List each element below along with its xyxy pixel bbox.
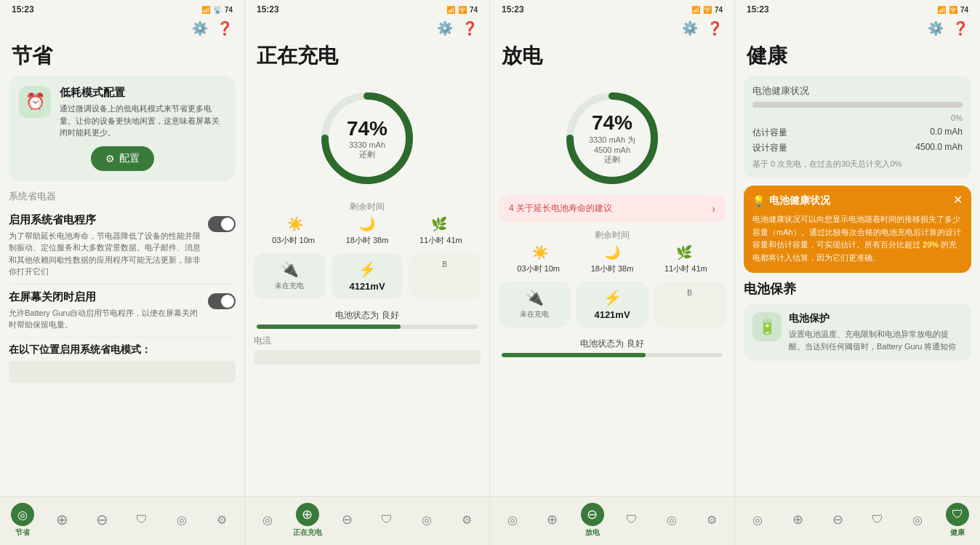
nav-more-2[interactable]: ⚙ xyxy=(451,508,483,533)
voltage-value-2: 4121mV xyxy=(339,281,396,292)
page-title-3: 放电 xyxy=(490,39,734,76)
help-icon-1[interactable]: ❓ xyxy=(217,20,233,36)
health-row-design: 设计容量 4500.0 mAh xyxy=(752,142,963,154)
nav-discharge-4[interactable]: ⊖ xyxy=(822,508,854,533)
time-title-2: 剩余时间 xyxy=(254,201,481,213)
time-1: 15:23 xyxy=(12,4,34,15)
nav-icon-timer-1: ◎ xyxy=(170,508,193,531)
maintenance-card-title: 电池保护 xyxy=(789,312,963,325)
help-icon-2[interactable]: ❓ xyxy=(462,20,478,36)
panel-4-content: 电池健康状况 0% 估计容量 0.0 mAh 设计容量 4500.0 mAh 基… xyxy=(735,76,980,496)
nav-shield-4[interactable]: 🛡 xyxy=(861,508,893,533)
time-val-3-2: 11小时 41m xyxy=(419,235,462,246)
list-item-desc-2: 允许Battery Guru自动启用节电程序，以便在屏幕关闭时帮助保留电量。 xyxy=(9,307,202,331)
toolbar-1: ⚙️ ❓ xyxy=(0,17,244,39)
nav-item-more-1[interactable]: ⚙ xyxy=(206,508,238,533)
time-title-3: 剩余时间 xyxy=(499,229,726,242)
feature-card-1: ⏰ 低耗模式配置 通过微调设备上的低电耗模式来节省更多电量。让你的设备更快地闲置… xyxy=(9,76,236,181)
alarm-icon: ⏰ xyxy=(19,86,51,118)
toolbar-2: ⚙️ ❓ xyxy=(245,17,489,39)
nav-discharge-active-3[interactable]: ⊖ 放电 xyxy=(577,503,609,538)
battery-indicator-3: 74 xyxy=(715,6,723,14)
mode-title-1: 在以下位置启用系统省电模式： xyxy=(9,343,236,357)
health-row-est: 估计容量 0.0 mAh xyxy=(752,127,963,139)
signal-icon-4: 📶 xyxy=(937,6,946,14)
nav-save-4[interactable]: ◎ xyxy=(742,508,774,533)
battery-percent-2: 74% xyxy=(347,117,387,140)
nav-shield-3[interactable]: 🛡 xyxy=(616,508,648,533)
est-capacity-label: 估计容量 xyxy=(752,127,787,139)
battery-remaining-2: 还剩 xyxy=(347,149,387,160)
nav-icon-shield-4: 🛡 xyxy=(866,508,889,531)
nav-icon-dis-3: ⊖ xyxy=(581,503,604,526)
health-card-title: 电池健康状况 xyxy=(752,84,963,98)
time-4: 15:23 xyxy=(747,4,769,15)
filter-icon-1[interactable]: ⚙️ xyxy=(192,20,208,36)
nav-charging-active-2[interactable]: ⊕ 正在充电 xyxy=(292,503,324,538)
nav-save-3[interactable]: ◎ xyxy=(497,508,529,533)
help-icon-3[interactable]: ❓ xyxy=(707,20,723,36)
nav-icon-timer-3: ◎ xyxy=(660,508,683,531)
nav-icon-chg-3: ⊕ xyxy=(541,508,564,531)
plug-icon-2: 🔌 xyxy=(261,260,318,278)
bulb-icon: 💡 xyxy=(752,195,765,207)
time-val-2-3: 18小时 38m xyxy=(591,263,634,274)
nav-icon-dis-2: ⊖ xyxy=(336,508,359,531)
nav-charging-3[interactable]: ⊕ xyxy=(537,508,569,533)
nav-icon-more-2: ⚙ xyxy=(455,508,478,531)
battery-percent-3: 74% xyxy=(587,111,638,135)
moon-icon-3: 🌙 xyxy=(604,244,620,260)
list-item-title-2: 在屏幕关闭时启用 xyxy=(9,290,202,304)
nav-charging-4[interactable]: ⊕ xyxy=(782,508,814,533)
nav-more-3[interactable]: ⚙ xyxy=(696,508,728,533)
nav-item-charging-1[interactable]: ⊕ xyxy=(47,508,79,533)
nav-shield-2[interactable]: 🛡 xyxy=(371,508,403,533)
filter-icon-2[interactable]: ⚙️ xyxy=(437,20,453,36)
nav-icon-charging-1: ⊕ xyxy=(51,508,74,531)
gear-icon-btn: ⚙ xyxy=(105,153,115,164)
card-desc-1: 通过微调设备上的低电耗模式来节省更多电量。让你的设备更快地闲置，这意味着屏幕关闭… xyxy=(60,103,225,139)
extra-label-2: B xyxy=(416,260,473,268)
orange-highlight: 20% xyxy=(923,240,939,249)
nav-icon-dis-4: ⊖ xyxy=(826,508,849,531)
config-button[interactable]: ⚙ 配置 xyxy=(91,146,154,171)
pink-banner-text: 4 关于延长电池寿命的建议 xyxy=(509,202,612,215)
nav-icon-save-4: ◎ xyxy=(746,508,769,531)
time-2: 15:23 xyxy=(257,4,279,15)
help-icon-4[interactable]: ❓ xyxy=(952,20,968,36)
nav-timer-3[interactable]: ◎ xyxy=(656,508,688,533)
filter-icon-3[interactable]: ⚙️ xyxy=(682,20,698,36)
pink-banner[interactable]: 4 关于延长电池寿命的建议 › xyxy=(499,195,726,222)
filter-icon-4[interactable]: ⚙️ xyxy=(928,20,944,36)
nav-item-shield-1[interactable]: 🛡 xyxy=(126,508,158,533)
bolt-icon-3: ⚡ xyxy=(584,289,641,306)
nav-timer-4[interactable]: ◎ xyxy=(901,508,933,533)
panel-3-content: 74% 3330 mAh 为 4500 mAh 还剩 4 关于延长电池寿命的建议… xyxy=(490,76,734,496)
time-icons-3: ☀️ 🌙 🌿 xyxy=(499,244,726,260)
toggle-1[interactable] xyxy=(208,216,236,232)
nav-save-2[interactable]: ◎ xyxy=(252,508,284,533)
config-label: 配置 xyxy=(119,152,140,165)
charging-label-2: 电流 xyxy=(254,335,481,347)
stat-card-extra-2: B xyxy=(409,253,481,299)
battery-circle-container-2: 74% 3330 mAh 还剩 xyxy=(254,76,481,195)
nav-item-discharge-1[interactable]: ⊖ xyxy=(87,508,119,533)
stat-card-voltage-3: ⚡ 4121mV xyxy=(577,282,648,327)
section-title-1: 系统省电器 xyxy=(9,190,236,203)
time-values-2: 03小时 10m 18小时 38m 11小时 41m xyxy=(254,235,481,246)
nav-discharge-2[interactable]: ⊖ xyxy=(332,508,364,533)
time-icons-2: ☀️ 🌙 🌿 xyxy=(254,216,481,232)
status-icons-1: 📶 📡 74 xyxy=(201,6,233,14)
wifi-icon-2: 🛜 xyxy=(458,6,467,14)
nav-timer-2[interactable]: ◎ xyxy=(411,508,443,533)
panel-health: 15:23 📶 🛜 74 ⚙️ ❓ 健康 电池健康状况 0% 估计容量 0.0 … xyxy=(735,0,980,545)
nav-item-save[interactable]: ◎ 节省 xyxy=(7,503,39,538)
nav-item-timer-1[interactable]: ◎ xyxy=(166,508,198,533)
nav-health-active-4[interactable]: 🛡 健康 xyxy=(941,503,973,538)
page-title-2: 正在充电 xyxy=(245,39,489,76)
list-item-1: 启用系统省电程序 为了帮助延长电池寿命，节电器降低了设备的性能并限制振动、定位服… xyxy=(9,207,236,285)
battery-text-2: 74% 3330 mAh 还剩 xyxy=(347,117,387,160)
nav-icon-more-3: ⚙ xyxy=(700,508,723,531)
close-icon-orange[interactable]: ✕ xyxy=(953,193,963,207)
toggle-2[interactable] xyxy=(208,293,236,309)
